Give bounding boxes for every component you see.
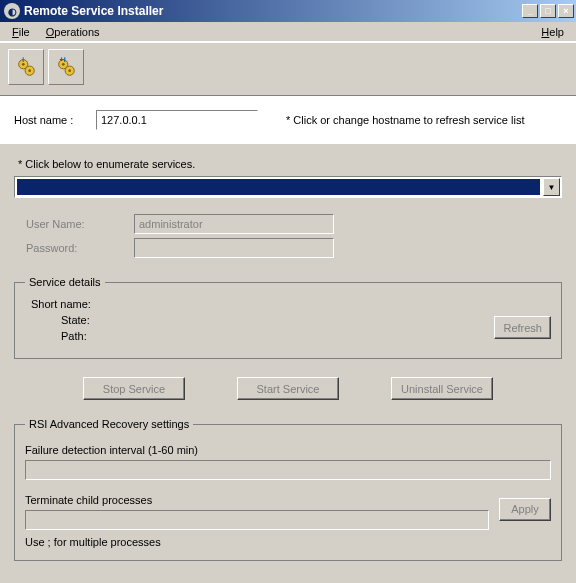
svg-point-3: [28, 69, 31, 72]
hostname-label: Host name :: [14, 114, 96, 126]
start-service-button[interactable]: Start Service: [237, 377, 339, 400]
host-row: Host name : * Click or change hostname t…: [0, 96, 576, 144]
close-button[interactable]: ×: [558, 4, 574, 18]
apply-button[interactable]: Apply: [499, 498, 551, 521]
svg-point-1: [22, 63, 25, 66]
svg-point-8: [68, 69, 71, 72]
password-input: [134, 238, 334, 258]
window-title: Remote Service Installer: [24, 4, 522, 18]
shortname-label: Short name:: [31, 298, 91, 310]
service-details-group: Service details Short name: State: Path:…: [14, 276, 562, 359]
chevron-down-icon[interactable]: ▼: [543, 178, 560, 196]
hostname-note: * Click or change hostname to refresh se…: [286, 114, 524, 126]
maximize-button[interactable]: □: [540, 4, 556, 18]
titlebar: ◐ Remote Service Installer _ □ ×: [0, 0, 576, 22]
failure-interval-input: [25, 460, 551, 480]
toolbar-button-1[interactable]: i: [8, 49, 44, 85]
services-combo[interactable]: ▼: [14, 176, 562, 198]
advanced-recovery-group: RSI Advanced Recovery settings Failure d…: [14, 418, 562, 561]
services-combo-value: [17, 179, 540, 195]
menubar: File Operations Help: [0, 22, 576, 42]
password-label: Password:: [26, 242, 134, 254]
gears-plus-icon: +i: [55, 56, 77, 78]
username-input: [134, 214, 334, 234]
stop-service-button[interactable]: Stop Service: [83, 377, 185, 400]
service-button-row: Stop Service Start Service Uninstall Ser…: [14, 377, 562, 400]
svg-text:+i: +i: [60, 56, 66, 64]
advanced-recovery-legend: RSI Advanced Recovery settings: [25, 418, 193, 430]
menu-file[interactable]: File: [4, 24, 38, 40]
menu-operations[interactable]: Operations: [38, 24, 108, 40]
username-label: User Name:: [26, 218, 134, 230]
failure-interval-label: Failure detection interval (1-60 min): [25, 444, 551, 456]
refresh-button[interactable]: Refresh: [494, 316, 551, 339]
service-details-legend: Service details: [25, 276, 105, 288]
menu-help[interactable]: Help: [533, 24, 572, 40]
uninstall-service-button[interactable]: Uninstall Service: [391, 377, 493, 400]
terminate-input: [25, 510, 489, 530]
minimize-button[interactable]: _: [522, 4, 538, 18]
main-area: * Click below to enumerate services. ▼ U…: [0, 144, 576, 573]
toolbar: i +i: [0, 42, 576, 96]
toolbar-button-2[interactable]: +i: [48, 49, 84, 85]
enumerate-note: * Click below to enumerate services.: [18, 158, 558, 170]
state-label: State:: [61, 314, 90, 326]
hostname-input[interactable]: [96, 110, 258, 130]
multiple-processes-note: Use ; for multiple processes: [25, 536, 551, 548]
svg-text:i: i: [22, 56, 24, 63]
gears-icon: i: [15, 56, 37, 78]
terminate-label: Terminate child processes: [25, 494, 489, 506]
app-icon: ◐: [4, 3, 20, 19]
path-label: Path:: [61, 330, 87, 342]
